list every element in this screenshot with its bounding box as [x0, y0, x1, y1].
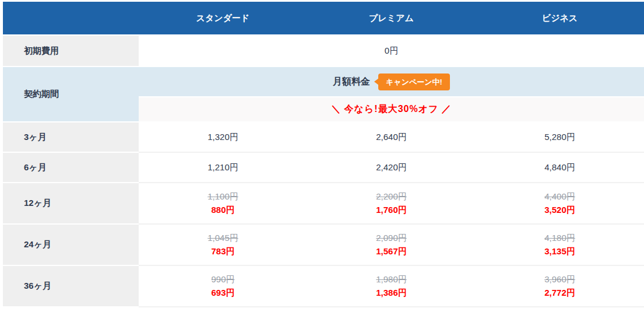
price-6m-standard: 1,210円 — [139, 153, 307, 183]
promo-text: ＼ 今なら!最大30%オフ ／ — [331, 104, 452, 114]
price-3m-premium: 2,640円 — [307, 123, 476, 153]
sale-price: 3,520円 — [476, 204, 644, 217]
original-price: 3,960円 — [476, 273, 644, 286]
price-3m-business: 5,280円 — [476, 123, 644, 153]
initial-cost-amount: 0円 — [385, 46, 398, 55]
price-value: 4,840円 — [544, 162, 575, 172]
monthly-fee-cell: 月額料金 キャンペーン中! — [139, 67, 644, 97]
initial-cost-value: 0円 — [139, 36, 644, 67]
initial-cost-row: 初期費用 0円 — [3, 36, 644, 67]
sale-price: 880円 — [139, 204, 307, 217]
campaign-badge: キャンペーン中! — [378, 74, 450, 90]
sale-price: 693円 — [139, 286, 307, 300]
pricing-table-container: スタンダード プレミアム ビジネス 初期費用 0円 契約期間 月額料金 キャンペ… — [3, 2, 644, 307]
price-36m-business: 3,960円 2,772円 — [476, 266, 644, 307]
price-36m-standard: 990円 693円 — [139, 266, 307, 307]
plan-header-premium: プレミアム — [307, 2, 476, 36]
price-6m-premium: 2,420円 — [307, 153, 476, 183]
header-spacer-cell — [3, 2, 139, 36]
sale-price: 1,386円 — [307, 286, 476, 300]
price-value: 2,420円 — [376, 162, 407, 172]
monthly-fee-line: 月額料金 キャンペーン中! — [139, 74, 644, 90]
price-12m-standard: 1,100円 880円 — [139, 183, 307, 225]
sale-price: 1,760円 — [307, 204, 476, 217]
original-price: 1,045円 — [139, 232, 307, 245]
price-24m-business: 4,180円 3,135円 — [476, 225, 644, 266]
price-36m-premium: 1,980円 1,386円 — [307, 266, 476, 307]
original-price: 4,400円 — [476, 190, 644, 204]
period-label-12m: 12ヶ月 — [3, 183, 139, 225]
pricing-table: スタンダード プレミアム ビジネス 初期費用 0円 契約期間 月額料金 キャンペ… — [3, 2, 644, 307]
sale-price: 1,567円 — [307, 245, 476, 258]
monthly-fee-title: 月額料金 — [333, 76, 370, 88]
original-price: 2,090円 — [307, 232, 476, 245]
price-24m-premium: 2,090円 1,567円 — [307, 225, 476, 266]
period-label-3m: 3ヶ月 — [3, 123, 139, 153]
period-label-36m: 36ヶ月 — [3, 266, 139, 307]
original-price: 990円 — [139, 273, 307, 286]
price-value: 5,280円 — [544, 132, 575, 142]
price-24m-standard: 1,045円 783円 — [139, 225, 307, 266]
original-price: 2,200円 — [307, 190, 476, 204]
price-6m-business: 4,840円 — [476, 153, 644, 183]
price-value: 1,210円 — [207, 162, 238, 172]
sale-price: 783円 — [139, 245, 307, 258]
period-label-6m: 6ヶ月 — [3, 153, 139, 183]
plan-header-standard: スタンダード — [139, 2, 307, 36]
sale-price: 3,135円 — [476, 245, 644, 258]
period-row-3m: 3ヶ月 1,320円 2,640円 5,280円 — [3, 123, 644, 153]
price-12m-business: 4,400円 3,520円 — [476, 183, 644, 225]
period-row-6m: 6ヶ月 1,210円 2,420円 4,840円 — [3, 153, 644, 183]
sale-price: 2,772円 — [476, 286, 644, 300]
plan-header-row: スタンダード プレミアム ビジネス — [3, 2, 644, 36]
period-row-36m: 36ヶ月 990円 693円 1,980円 1,386円 3,960円 2,77… — [3, 266, 644, 307]
plan-header-business: ビジネス — [476, 2, 644, 36]
price-3m-standard: 1,320円 — [139, 123, 307, 153]
promo-cell: ＼ 今なら!最大30%オフ ／ — [139, 97, 644, 123]
original-price: 4,180円 — [476, 232, 644, 245]
contract-period-label: 契約期間 — [3, 67, 139, 123]
period-row-12m: 12ヶ月 1,100円 880円 2,200円 1,760円 4,400円 3,… — [3, 183, 644, 225]
price-12m-premium: 2,200円 1,760円 — [307, 183, 476, 225]
monthly-fee-row: 契約期間 月額料金 キャンペーン中! — [3, 67, 644, 97]
initial-cost-label: 初期費用 — [3, 36, 139, 67]
period-label-24m: 24ヶ月 — [3, 225, 139, 266]
original-price: 1,100円 — [139, 190, 307, 204]
period-row-24m: 24ヶ月 1,045円 783円 2,090円 1,567円 4,180円 3,… — [3, 225, 644, 266]
price-value: 2,640円 — [376, 132, 407, 142]
original-price: 1,980円 — [307, 273, 476, 286]
price-value: 1,320円 — [207, 132, 238, 142]
